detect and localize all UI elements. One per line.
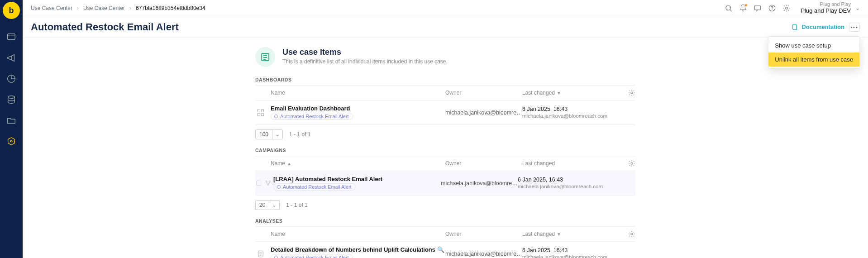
bell-icon[interactable] (738, 3, 748, 13)
usecase-tag[interactable]: Automated Restock Email Alert (273, 183, 356, 191)
breadcrumb-2[interactable]: Use Case Center (83, 5, 125, 11)
content-scroll: Use case items This is a definitive list… (23, 38, 868, 258)
tag-label: Automated Restock Email Alert (280, 114, 349, 119)
help-icon[interactable] (767, 3, 777, 13)
row-changed-by: michaela.janikova@bloomreach.com (522, 113, 635, 119)
nav-item-overview[interactable] (1, 27, 21, 47)
tag-label: Automated Restock Email Alert (280, 255, 349, 258)
col-owner[interactable]: Owner (445, 160, 461, 167)
svg-rect-13 (262, 113, 264, 115)
nav-item-campaigns[interactable] (1, 48, 21, 68)
chevron-down-icon[interactable]: ⌄ (855, 5, 860, 11)
svg-point-3 (726, 5, 731, 10)
table-row[interactable]: [LRAA] Automated Restock Email Alert Aut… (255, 171, 635, 196)
breadcrumb-sep: › (129, 5, 131, 11)
page-size-value: 100 (256, 130, 272, 139)
row-owner: michaela.janikova@bloomreac (441, 180, 518, 186)
breadcrumb-1[interactable]: Use Case Center (31, 5, 72, 11)
svg-rect-11 (262, 110, 264, 112)
breadcrumb-3: 677bfa1689b354ef8db80e34 (136, 5, 205, 11)
col-changed[interactable]: Last changed (522, 231, 555, 237)
svg-point-14 (631, 162, 633, 164)
page-size-select[interactable]: 100 ⌄ (255, 129, 283, 139)
usecase-tag[interactable]: Automated Restock Email Alert (271, 113, 353, 120)
sort-desc-icon[interactable]: ▼ (557, 91, 561, 96)
topbar: Use Case Center › Use Case Center › 677b… (23, 0, 868, 16)
chat-icon[interactable] (753, 3, 763, 13)
window-icon (6, 32, 16, 42)
documentation-link[interactable]: Documentation (792, 24, 844, 31)
project-big: Plug and Play DEV (801, 7, 851, 14)
gear-icon[interactable] (628, 160, 635, 167)
table-header-campaigns: Name ▲ Owner Last changed (255, 156, 635, 171)
main-area: Use Case Center › Use Case Center › 677b… (23, 0, 868, 258)
chevron-down-icon[interactable]: ⌄ (272, 130, 282, 139)
hexagon-icon (274, 114, 278, 119)
settings-icon[interactable] (782, 3, 792, 13)
folder-icon (6, 115, 16, 125)
row-owner: michaela.janikova@bloomreach.com (445, 110, 522, 116)
page-range: 1 - 1 of 1 (289, 131, 310, 138)
table-row[interactable]: Email Evaluation Dashboard Automated Res… (255, 100, 635, 125)
svg-rect-4 (755, 5, 761, 10)
col-changed[interactable]: Last changed (522, 160, 555, 167)
more-actions-button[interactable]: ••• (849, 23, 860, 32)
pie-chart-icon (6, 74, 16, 84)
scenario-icon (265, 180, 272, 186)
col-changed[interactable]: Last changed (522, 90, 555, 96)
chevron-down-icon[interactable]: ⌄ (269, 201, 279, 210)
nav-item-assets[interactable] (1, 110, 21, 130)
pager-dashboards: 100 ⌄ 1 - 1 of 1 (255, 129, 635, 139)
row-changed-by: michaela.janikova@bloomreach.com (522, 254, 635, 258)
nav-item-data[interactable] (1, 90, 21, 110)
row-name[interactable]: Email Evaluation Dashboard (271, 105, 445, 112)
nav-item-usecase[interactable] (1, 131, 21, 151)
dropdown-unlink-all[interactable]: Unlink all items from use case (768, 53, 859, 67)
svg-point-16 (266, 181, 267, 182)
gear-icon[interactable] (628, 89, 635, 96)
database-icon (6, 95, 16, 105)
titlebar: Automated Restock Email Alert Documentat… (23, 16, 868, 38)
row-name[interactable]: Detailed Breakdown of Numbers behind Upl… (271, 246, 445, 253)
col-name[interactable]: Name (271, 90, 285, 96)
sort-asc-icon[interactable]: ▲ (287, 161, 291, 166)
nav-item-analytics[interactable] (1, 69, 21, 89)
row-owner: michaela.janikova@bloomreach.com (445, 251, 522, 257)
megaphone-icon (6, 53, 16, 63)
dashboard-icon (255, 109, 266, 117)
svg-point-17 (269, 181, 271, 182)
breadcrumb-sep: › (77, 5, 79, 11)
row-changed-by: michaela.janikova@bloomreach.com (518, 183, 631, 190)
left-sidebar: b (0, 0, 23, 258)
col-owner[interactable]: Owner (445, 231, 461, 237)
brand-logo[interactable]: b (3, 2, 20, 19)
search-icon[interactable] (724, 3, 734, 13)
checkbox-icon[interactable] (255, 180, 262, 186)
col-name[interactable]: Name (271, 160, 285, 167)
project-switcher[interactable]: Plug and Play Plug and Play DEV (801, 1, 851, 14)
usecase-tag[interactable]: Automated Restock Email Alert (271, 254, 353, 258)
table-header-analyses: Name Owner Last changed ▼ (255, 226, 635, 242)
svg-rect-12 (258, 113, 260, 115)
more-actions-dropdown: Show use case setup Unlink all items fro… (768, 36, 860, 69)
page-size-select[interactable]: 20 ⌄ (255, 200, 280, 210)
svg-rect-15 (257, 181, 261, 186)
col-owner[interactable]: Owner (445, 90, 461, 96)
svg-point-9 (631, 92, 633, 94)
svg-rect-10 (258, 110, 260, 112)
section-subtitle: This is a definitive list of all individ… (282, 58, 448, 65)
documentation-label: Documentation (801, 24, 844, 30)
svg-point-18 (267, 184, 269, 186)
row-name[interactable]: [LRAA] Automated Restock Email Alert (273, 176, 441, 182)
section-header: Use case items This is a definitive list… (255, 47, 635, 67)
sort-desc-icon[interactable]: ▼ (557, 232, 561, 237)
magnifier-emoji: 🔍 (437, 246, 444, 253)
group-label-dashboards: DASHBOARDS (255, 77, 635, 82)
dropdown-show-setup[interactable]: Show use case setup (768, 38, 859, 53)
col-name[interactable]: Name (271, 231, 285, 237)
group-label-analyses: ANALYSES (255, 218, 635, 224)
gear-icon[interactable] (628, 230, 635, 238)
hexagon-icon (274, 255, 278, 258)
svg-point-7 (786, 7, 788, 9)
table-row[interactable]: Detailed Breakdown of Numbers behind Upl… (255, 242, 635, 258)
